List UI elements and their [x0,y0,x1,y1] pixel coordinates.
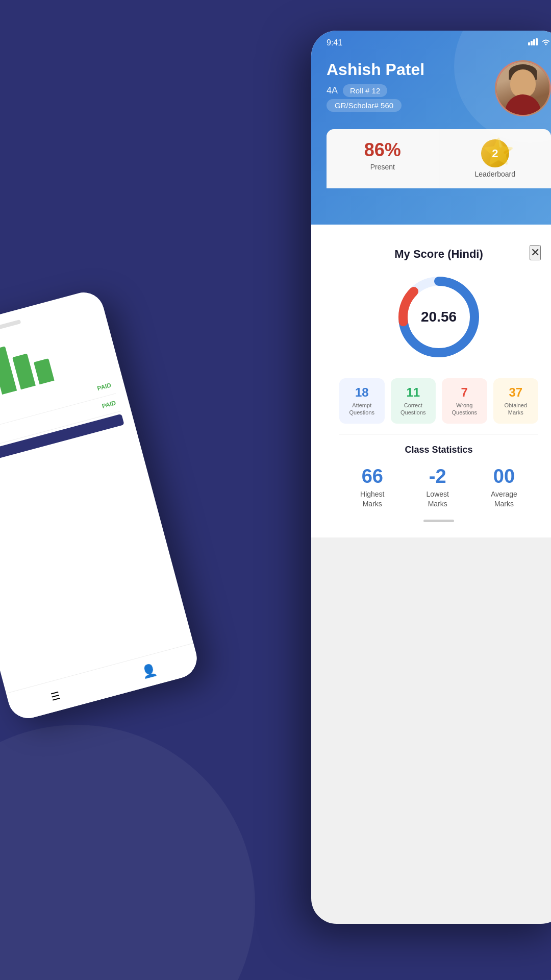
profile-info: Ashish Patel 4A Roll # 12 GR/Scholar# 56… [327,60,424,110]
divider [339,434,538,434]
highest-value: 66 [360,465,384,487]
gr-badge: GR/Scholar# 560 [327,99,402,112]
attempt-stat-box: 18 AttemptQuestions [339,378,385,424]
class-stats-title: Class Statistics [339,445,538,455]
highest-stat: 66 HighestMarks [360,465,384,509]
obtained-stat-box: 37 ObtainedMarks [493,378,539,424]
class-stats-row: 66 HighestMarks -2 LowestMarks 00 Averag… [339,465,538,509]
wrong-label: WrongQuestions [450,402,479,416]
content-area: My Score (Hindi) ✕ 20.56 [311,222,551,537]
profile-section: Ashish Patel 4A Roll # 12 GR/Scholar# 56… [327,60,551,116]
attendance-value: 86% [332,139,434,161]
lowest-stat: -2 LowestMarks [427,465,449,509]
user-icon: 👤 [140,662,158,680]
bg-decoration-1 [0,725,255,980]
class-badge: 4A [327,85,338,96]
student-details: 4A Roll # 12 [327,84,424,97]
leaderboard-rank: 2 [492,147,498,160]
roll-badge: Roll # 12 [343,84,387,97]
correct-value: 11 [399,385,428,400]
average-value: 00 [491,465,517,487]
student-name: Ashish Patel [327,60,424,79]
lowest-value: -2 [427,465,449,487]
donut-center-value: 20.56 [421,309,457,325]
wrong-stat-box: 7 WrongQuestions [442,378,487,424]
scroll-indicator [423,520,454,522]
leaderboard-label: Leaderboard [444,170,546,178]
close-button[interactable]: ✕ [530,245,541,260]
attendance-stat: 86% Present [327,129,439,188]
donut-wrapper: 20.56 [393,271,485,363]
donut-chart-container: 20.56 [339,271,538,363]
hamburger-icon: ☰ [49,689,62,703]
wrong-value: 7 [450,385,479,400]
leaderboard-badge: ⭐ 2 [481,139,509,167]
average-stat: 00 AverageMarks [491,465,517,509]
avatar [495,60,551,116]
score-card-title: My Score (Hindi) [339,248,538,261]
correct-label: CorrectQuestions [399,402,428,416]
avatar-image [496,62,549,115]
obtained-label: ObtainedMarks [502,402,531,416]
phone-header: 9:41 [311,31,551,225]
background-phone: 000/- PAID 5000/- PAID 26/5 / Days Ago ☰… [0,288,201,723]
star-icon: ⭐ [483,137,514,166]
avatar-body [505,94,541,115]
obtained-value: 37 [502,385,531,400]
average-label: AverageMarks [491,489,517,509]
status-time: 9:41 [327,38,342,47]
stats-grid: 18 AttemptQuestions 11 CorrectQuestions … [339,378,538,424]
attendance-label: Present [332,163,434,171]
correct-stat-box: 11 CorrectQuestions [391,378,436,424]
avatar-face [510,69,536,97]
score-card: My Score (Hindi) ✕ 20.56 [327,232,551,537]
attempt-value: 18 [347,385,377,400]
highest-label: HighestMarks [360,489,384,509]
lowest-label: LowestMarks [427,489,449,509]
main-phone: 9:41 [311,31,551,924]
bottom-navigation: ☰ 👤 [6,643,202,723]
attempt-label: AttemptQuestions [347,402,377,416]
